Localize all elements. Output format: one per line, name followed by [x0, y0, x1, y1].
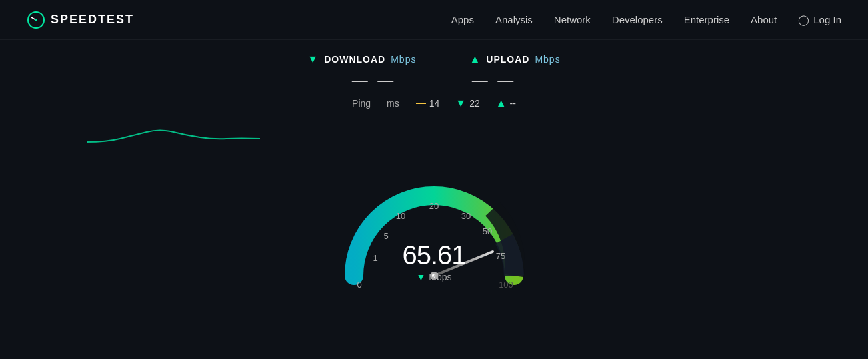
gauge-container: 0 1 5 10 20 30 50 75 100 [327, 116, 541, 302]
download-stat-icon: ▼ [455, 97, 466, 109]
download-stat-value: 22 [469, 98, 480, 109]
user-icon: ◯ [798, 14, 809, 26]
nav-about[interactable]: About [751, 14, 777, 25]
svg-text:20: 20 [429, 201, 439, 211]
speed-values: — — — — [341, 71, 527, 89]
ping-wave-chart [87, 119, 260, 152]
gauge-unit-icon: ▼ [416, 272, 425, 282]
jitter-stat: ⸻ 14 [415, 97, 440, 109]
nav-network[interactable]: Network [554, 14, 591, 25]
upload-stat-icon: ▲ [496, 97, 507, 109]
svg-text:50: 50 [483, 226, 492, 236]
svg-text:10: 10 [396, 211, 405, 221]
download-arrow-icon: ▼ [307, 53, 319, 65]
ping-row: Ping ms ⸻ 14 ▼ 22 ▲ -- [352, 97, 516, 109]
svg-point-1 [35, 19, 37, 21]
nav-apps[interactable]: Apps [451, 14, 474, 25]
svg-text:1: 1 [373, 253, 377, 263]
login-button[interactable]: ◯ Log In [798, 14, 841, 26]
jitter-icon: ⸻ [415, 97, 426, 109]
download-label: ▼ DOWNLOAD Mbps [307, 53, 416, 65]
main-nav: Apps Analysis Network Developers Enterpr… [451, 14, 841, 26]
gauge-unit-row: ▼ Mbps [402, 272, 465, 282]
nav-enterprise[interactable]: Enterprise [684, 14, 729, 25]
svg-text:0: 0 [357, 280, 361, 290]
nav-analysis[interactable]: Analysis [495, 14, 533, 25]
upload-text: UPLOAD [486, 54, 529, 65]
svg-text:100: 100 [499, 280, 513, 290]
svg-text:5: 5 [383, 231, 388, 241]
nav-developers[interactable]: Developers [612, 14, 663, 25]
gauge-unit-label: Mbps [429, 272, 451, 282]
header: SPEEDTEST Apps Analysis Network Develope… [0, 0, 868, 40]
upload-label: ▲ UPLOAD Mbps [469, 53, 560, 65]
main-content: ▼ DOWNLOAD Mbps ▲ UPLOAD Mbps — — — — Pi… [0, 40, 868, 302]
gauge-speed-number: 65.61 [402, 240, 465, 270]
upload-value: — — [461, 71, 527, 89]
logo-text: SPEEDTEST [51, 13, 134, 27]
svg-text:75: 75 [496, 251, 505, 261]
download-value: — — [341, 71, 407, 89]
upload-arrow-icon: ▲ [469, 53, 481, 65]
upload-stat-value: -- [510, 98, 516, 109]
download-stat: ▼ 22 [455, 97, 479, 109]
ping-label: Ping [352, 98, 371, 109]
download-text: DOWNLOAD [324, 54, 385, 65]
jitter-value: 14 [429, 98, 440, 109]
speedtest-logo-icon [27, 11, 45, 29]
upload-stat: ▲ -- [496, 97, 516, 109]
speed-labels: ▼ DOWNLOAD Mbps ▲ UPLOAD Mbps [307, 53, 560, 65]
logo: SPEEDTEST [27, 11, 134, 29]
svg-text:30: 30 [461, 211, 471, 221]
upload-unit: Mbps [535, 54, 560, 65]
ping-unit: ms [387, 98, 399, 109]
download-unit: Mbps [391, 54, 416, 65]
gauge-value-display: 65.61 ▼ Mbps [402, 240, 465, 282]
